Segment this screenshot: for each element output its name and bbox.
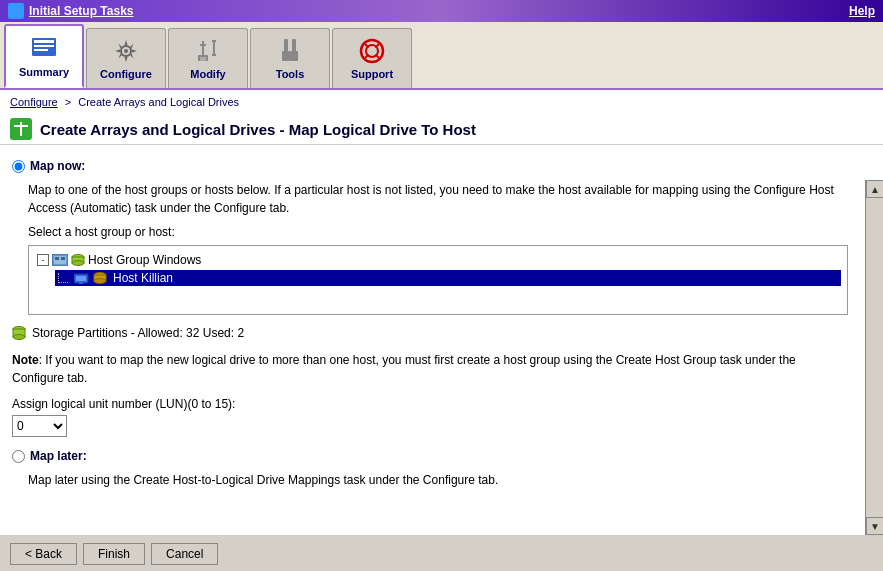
- host-db-icon: [93, 271, 107, 285]
- scroll-down-arrow[interactable]: ▼: [866, 517, 883, 535]
- tab-summary[interactable]: Summary: [4, 24, 84, 88]
- tools-icon: [276, 37, 304, 65]
- storage-icon: [12, 325, 26, 341]
- summary-icon: [30, 35, 58, 63]
- map-now-radio[interactable]: [12, 160, 25, 173]
- app-icon: [8, 3, 24, 19]
- back-button[interactable]: < Back: [10, 543, 77, 565]
- cancel-button[interactable]: Cancel: [151, 543, 218, 565]
- scroll-area[interactable]: Map now: Map to one of the host groups o…: [0, 145, 883, 535]
- tree-host-group[interactable]: - Host Group Windows: [35, 252, 841, 268]
- map-now-radio-row: Map now:: [12, 159, 859, 173]
- storage-partitions-text: Storage Partitions - Allowed: 32 Used: 2: [32, 326, 244, 340]
- page-icon: [10, 118, 32, 140]
- svg-rect-14: [282, 51, 290, 61]
- host-icon: [74, 272, 90, 284]
- tab-support-label: Support: [351, 68, 393, 80]
- note-bold: Note: [12, 353, 39, 367]
- map-later-radio-row: Map later:: [12, 449, 859, 463]
- tab-configure-label: Configure: [100, 68, 152, 80]
- svg-point-41: [13, 335, 25, 340]
- svg-point-17: [361, 40, 383, 62]
- svg-line-19: [365, 44, 369, 48]
- svg-line-22: [376, 55, 380, 59]
- map-now-description: Map to one of the host groups or hosts b…: [28, 181, 848, 217]
- scroll-up-arrow[interactable]: ▲: [866, 180, 883, 198]
- page-title-bar: Create Arrays and Logical Drives - Map L…: [0, 114, 883, 145]
- breadcrumb-current: Create Arrays and Logical Drives: [78, 96, 239, 108]
- svg-rect-29: [61, 257, 65, 260]
- lun-select[interactable]: 0 1 2 3 4 5: [12, 415, 67, 437]
- help-link[interactable]: Help: [849, 4, 875, 18]
- svg-line-20: [376, 44, 380, 48]
- title-bar: Initial Setup Tasks Help: [0, 0, 883, 22]
- modify-icon: [194, 37, 222, 65]
- svg-point-32: [72, 261, 84, 266]
- support-icon: [358, 37, 386, 65]
- lun-label: Assign logical unit number (LUN)(0 to 15…: [12, 397, 859, 411]
- bottom-bar: < Back Finish Cancel: [0, 535, 883, 571]
- svg-rect-7: [200, 57, 206, 61]
- svg-rect-1: [34, 40, 54, 43]
- tab-modify-label: Modify: [190, 68, 225, 80]
- host-group-label: Host Group Windows: [88, 253, 201, 267]
- tab-tools-label: Tools: [276, 68, 305, 80]
- svg-rect-15: [292, 39, 296, 53]
- scroll-track[interactable]: [866, 198, 883, 517]
- host-label: Host Killian: [113, 271, 173, 285]
- breadcrumb-separator: >: [65, 96, 71, 108]
- tab-configure[interactable]: Configure: [86, 28, 166, 88]
- host-tree[interactable]: - Host Group Windows: [28, 245, 848, 315]
- svg-line-21: [365, 55, 369, 59]
- note-text: : If you want to map the new logical dri…: [12, 353, 796, 385]
- tab-tools[interactable]: Tools: [250, 28, 330, 88]
- configure-icon: [112, 37, 140, 65]
- host-group-icon: [52, 254, 68, 266]
- page-title: Create Arrays and Logical Drives - Map L…: [40, 121, 476, 138]
- map-later-description: Map later using the Create Host-to-Logic…: [28, 471, 848, 489]
- map-later-radio[interactable]: [12, 450, 25, 463]
- main-content: Configure > Create Arrays and Logical Dr…: [0, 90, 883, 571]
- tree-host[interactable]: Host Killian: [55, 270, 841, 286]
- note-section: Note: If you want to map the new logical…: [12, 351, 832, 387]
- tab-summary-label: Summary: [19, 66, 69, 78]
- lun-section: Assign logical unit number (LUN)(0 to 15…: [12, 397, 859, 437]
- svg-rect-28: [55, 257, 59, 260]
- svg-rect-16: [290, 51, 298, 61]
- svg-rect-35: [79, 282, 83, 284]
- svg-rect-13: [284, 39, 288, 53]
- storage-partitions: Storage Partitions - Allowed: 32 Used: 2: [12, 325, 859, 341]
- svg-rect-34: [76, 276, 86, 281]
- toolbar: Summary Configure: [0, 22, 883, 90]
- right-scrollbar: ▲ ▼: [865, 180, 883, 535]
- finish-button[interactable]: Finish: [83, 543, 145, 565]
- map-now-label[interactable]: Map now:: [30, 159, 85, 173]
- svg-rect-2: [34, 45, 54, 47]
- select-label: Select a host group or host:: [28, 225, 859, 239]
- host-group-db-icon: [71, 253, 85, 267]
- tab-modify[interactable]: Modify: [168, 28, 248, 88]
- tab-support[interactable]: Support: [332, 28, 412, 88]
- tree-toggle[interactable]: -: [37, 254, 49, 266]
- breadcrumb-configure-link[interactable]: Configure: [10, 96, 58, 108]
- map-later-label[interactable]: Map later:: [30, 449, 87, 463]
- app-title: Initial Setup Tasks: [8, 3, 133, 19]
- svg-point-38: [94, 279, 106, 284]
- breadcrumb: Configure > Create Arrays and Logical Dr…: [0, 90, 883, 114]
- svg-point-5: [124, 49, 128, 53]
- svg-rect-3: [34, 49, 48, 51]
